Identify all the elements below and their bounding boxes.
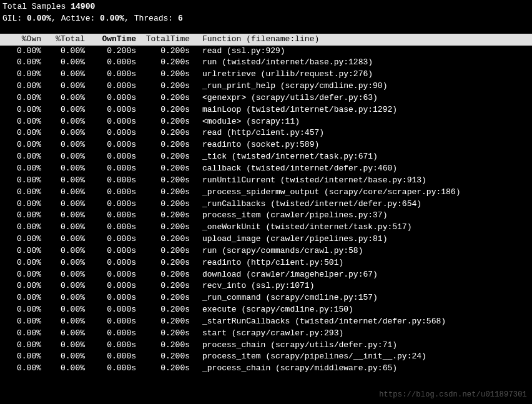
status-line-samples: Total Samples 14900 — [2, 1, 530, 13]
cell-totaltime: 0.200s — [136, 222, 190, 234]
cell-owntime: 0.000s — [85, 304, 136, 316]
cell-owntime: 0.000s — [85, 340, 136, 352]
cell-function: mainLoop (twisted/internet/base.py:1292) — [190, 104, 397, 116]
cell-own: 0.00% — [2, 328, 41, 340]
cell-total: 0.00% — [41, 187, 85, 199]
cell-total: 0.00% — [41, 139, 85, 151]
cell-owntime: 0.000s — [85, 269, 136, 281]
cell-function: _run_command (scrapy/cmdline.py:157) — [190, 292, 378, 304]
table-row: 0.00%0.00%0.000s0.200sexecute (scrapy/cm… — [2, 304, 530, 316]
cell-total: 0.00% — [41, 304, 85, 316]
cell-totaltime: 0.200s — [136, 81, 190, 92]
table-row: 0.00%0.00%0.000s0.200sreadinto (socket.p… — [2, 139, 530, 151]
cell-owntime: 0.200s — [85, 46, 136, 57]
cell-total: 0.00% — [41, 257, 85, 269]
cell-owntime: 0.000s — [85, 199, 136, 210]
cell-total: 0.00% — [41, 351, 85, 363]
table-row: 0.00%0.00%0.000s0.200s_oneWorkUnit (twis… — [2, 222, 530, 234]
cell-function: _runCallbacks (twisted/internet/defer.py… — [190, 199, 421, 210]
cell-own: 0.00% — [2, 304, 41, 316]
cell-own: 0.00% — [2, 187, 41, 199]
cell-total: 0.00% — [41, 269, 85, 281]
cell-own: 0.00% — [2, 234, 41, 245]
cell-owntime: 0.000s — [85, 163, 136, 175]
cell-owntime: 0.000s — [85, 104, 136, 116]
cell-owntime: 0.000s — [85, 234, 136, 245]
header-owntime[interactable]: OwnTime — [85, 34, 136, 46]
cell-total: 0.00% — [41, 340, 85, 352]
table-row: 0.00%0.00%0.200s0.200sread (ssl.py:929) — [2, 46, 530, 57]
table-row: 0.00%0.00%0.000s0.200s_process_spidermw_… — [2, 187, 530, 199]
table-row: 0.00%0.00%0.000s0.200s_runCallbacks (twi… — [2, 199, 530, 210]
active-value: 0.00% — [100, 14, 124, 23]
table-row: 0.00%0.00%0.000s0.200sprocess_item (craw… — [2, 210, 530, 222]
cell-totaltime: 0.200s — [136, 328, 190, 340]
threads-label: Threads: — [134, 14, 173, 23]
cell-total: 0.00% — [41, 46, 85, 57]
cell-function: read (http/client.py:457) — [190, 127, 324, 139]
cell-own: 0.00% — [2, 163, 41, 175]
cell-owntime: 0.000s — [85, 151, 136, 163]
header-function[interactable]: Function (filename:line) — [190, 34, 319, 46]
table-row: 0.00%0.00%0.000s0.200srun (scrapy/comman… — [2, 245, 530, 257]
cell-total: 0.00% — [41, 363, 85, 375]
cell-function: readinto (http/client.py:501) — [190, 257, 343, 269]
cell-own: 0.00% — [2, 127, 41, 139]
cell-total: 0.00% — [41, 69, 85, 81]
cell-function: _process_chain (scrapy/middleware.py:65) — [190, 363, 397, 375]
table-row: 0.00%0.00%0.000s0.200srunUntilCurrent (t… — [2, 175, 530, 187]
cell-function: urlretrieve (urllib/request.py:276) — [190, 69, 373, 81]
table-row: 0.00%0.00%0.000s0.200s<genexpr> (scrapy/… — [2, 92, 530, 104]
status-pane: Total Samples 14900 GIL: 0.00%, Active: … — [0, 0, 532, 25]
table-row: 0.00%0.00%0.000s0.200smainLoop (twisted/… — [2, 104, 530, 116]
cell-owntime: 0.000s — [85, 280, 136, 292]
cell-totaltime: 0.200s — [136, 269, 190, 281]
gil-label: GIL: — [2, 14, 22, 23]
header-own[interactable]: %Own — [2, 34, 41, 46]
cell-total: 0.00% — [41, 92, 85, 104]
table-row: 0.00%0.00%0.000s0.200srun (twisted/inter… — [2, 57, 530, 69]
table-row: 0.00%0.00%0.000s0.200s_run_print_help (s… — [2, 81, 530, 92]
cell-own: 0.00% — [2, 139, 41, 151]
cell-owntime: 0.000s — [85, 257, 136, 269]
cell-own: 0.00% — [2, 57, 41, 69]
cell-totaltime: 0.200s — [136, 92, 190, 104]
cell-owntime: 0.000s — [85, 69, 136, 81]
header-totaltime[interactable]: TotalTime — [136, 34, 190, 46]
cell-own: 0.00% — [2, 316, 41, 328]
cell-function: _process_spidermw_output (scrapy/core/sc… — [190, 187, 460, 199]
cell-total: 0.00% — [41, 210, 85, 222]
total-samples-label: Total Samples — [2, 2, 66, 11]
cell-totaltime: 0.200s — [136, 187, 190, 199]
cell-function: <genexpr> (scrapy/utils/defer.py:63) — [190, 92, 378, 104]
cell-total: 0.00% — [41, 328, 85, 340]
table-row: 0.00%0.00%0.000s0.200surlretrieve (urlli… — [2, 69, 530, 81]
table-row: 0.00%0.00%0.000s0.200sstart (scrapy/craw… — [2, 328, 530, 340]
cell-own: 0.00% — [2, 104, 41, 116]
cell-owntime: 0.000s — [85, 57, 136, 69]
cell-own: 0.00% — [2, 222, 41, 234]
cell-total: 0.00% — [41, 245, 85, 257]
status-line-metrics: GIL: 0.00%, Active: 0.00%, Threads: 6 — [2, 13, 530, 25]
cell-function: download (crawler/imagehelper.py:67) — [190, 269, 378, 281]
table-row: 0.00%0.00%0.000s0.200sreadinto (http/cli… — [2, 257, 530, 269]
table-row: 0.00%0.00%0.000s0.200scallback (twisted/… — [2, 163, 530, 175]
cell-totaltime: 0.200s — [136, 363, 190, 375]
cell-own: 0.00% — [2, 210, 41, 222]
cell-owntime: 0.000s — [85, 363, 136, 375]
header-total[interactable]: %Total — [41, 34, 85, 46]
cell-totaltime: 0.200s — [136, 292, 190, 304]
cell-total: 0.00% — [41, 57, 85, 69]
cell-totaltime: 0.200s — [136, 351, 190, 363]
profile-table: 0.00%0.00%0.200s0.200sread (ssl.py:929)0… — [0, 46, 532, 375]
cell-owntime: 0.000s — [85, 187, 136, 199]
cell-function: process_chain (scrapy/utils/defer.py:71) — [190, 340, 397, 352]
cell-totaltime: 0.200s — [136, 57, 190, 69]
cell-function: run (twisted/internet/base.py:1283) — [190, 57, 373, 69]
cell-function: start (scrapy/crawler.py:293) — [190, 328, 343, 340]
cell-function: process_item (scrapy/pipelines/__init__.… — [190, 351, 426, 363]
cell-totaltime: 0.200s — [136, 175, 190, 187]
cell-totaltime: 0.200s — [136, 245, 190, 257]
cell-own: 0.00% — [2, 69, 41, 81]
cell-function: <module> (scrapy:11) — [190, 116, 300, 128]
